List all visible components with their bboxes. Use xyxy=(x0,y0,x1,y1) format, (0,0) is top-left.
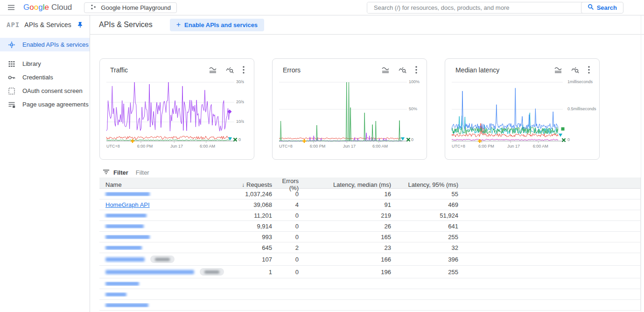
col-errors[interactable]: Errors (%) xyxy=(272,177,308,191)
api-name-cell: HomeGraph API xyxy=(99,201,235,208)
smoothing-icon[interactable] xyxy=(208,66,217,74)
median-cell: 26 xyxy=(308,223,391,230)
p95-cell: 396 xyxy=(391,256,458,263)
y-axis-zero-label: 0 xyxy=(411,137,413,142)
more-options-icon[interactable] xyxy=(588,66,590,74)
requests-cell: 11,201 xyxy=(235,212,272,219)
logo-google-word: Google xyxy=(23,3,49,12)
errors-cell: 0 xyxy=(272,191,308,198)
status-chip xyxy=(150,255,175,263)
median-cell: 196 xyxy=(308,269,391,276)
sidebar-item-label: OAuth consent screen xyxy=(22,87,83,94)
errors-cell: 0 xyxy=(272,234,308,241)
redacted-api-link[interactable] xyxy=(105,246,142,250)
table-header-row: Name ↓Requests Errors (%) Latency, media… xyxy=(99,177,640,189)
table-row: 9930165255 xyxy=(99,232,640,242)
p95-cell: 469 xyxy=(391,201,458,208)
google-cloud-logo[interactable]: Google Cloud xyxy=(23,3,72,12)
table-row: 64522332 xyxy=(99,242,640,253)
search-button[interactable]: Search xyxy=(581,2,623,14)
more-options-icon[interactable] xyxy=(243,66,245,74)
redacted-api-link[interactable] xyxy=(105,192,150,196)
col-name[interactable]: Name xyxy=(99,181,235,188)
sidebar-item-label: Enabled APIs & services xyxy=(22,41,89,48)
api-name-cell xyxy=(99,192,235,196)
x-axis-label: UTC+8 xyxy=(452,144,465,149)
col-latency-95[interactable]: Latency, 95% (ms) xyxy=(391,181,458,188)
enable-apis-button[interactable]: + Enable APIs and services xyxy=(170,19,264,31)
project-icon xyxy=(90,4,97,12)
errors-cell: 0 xyxy=(272,223,308,230)
table-row xyxy=(99,278,640,289)
y-axis-zero-label: 0 xyxy=(567,137,570,142)
redacted-api-link[interactable] xyxy=(105,270,194,274)
search-input[interactable] xyxy=(367,2,581,13)
requests-cell: 9,914 xyxy=(235,223,272,230)
enable-apis-label: Enable APIs and services xyxy=(184,21,258,28)
sidebar-item-library[interactable]: Library xyxy=(0,57,90,71)
redacted-api-link[interactable] xyxy=(105,213,147,218)
x-axis-label: 6:00 PM xyxy=(310,144,326,149)
sidebar-item-credentials[interactable]: Credentials xyxy=(0,71,90,84)
redacted-api-link[interactable] xyxy=(105,282,139,286)
sidebar-item-page-usage-agreements[interactable]: Page usage agreements xyxy=(0,98,90,111)
api-name-cell xyxy=(99,303,235,307)
search-icon xyxy=(588,4,594,12)
p95-cell: 255 xyxy=(391,234,458,241)
explore-chart-icon[interactable] xyxy=(398,66,407,74)
api-product-icon: API xyxy=(7,21,20,28)
sidebar-header: API APIs & Services xyxy=(0,15,90,34)
api-name-cell xyxy=(99,255,235,263)
requests-cell: 645 xyxy=(235,244,272,251)
sidebar-item-enabled-apis-services[interactable]: Enabled APIs & services xyxy=(0,38,90,51)
api-name-cell xyxy=(99,235,235,239)
filter-row: Filter Filter xyxy=(103,167,644,177)
filter-input[interactable]: Filter xyxy=(136,169,644,176)
api-name-cell xyxy=(99,268,235,276)
redacted-api-link[interactable] xyxy=(105,224,144,228)
more-options-icon[interactable] xyxy=(415,66,417,74)
card-title: Traffic xyxy=(110,66,208,74)
redacted-api-link[interactable] xyxy=(105,292,126,297)
col-requests[interactable]: ↓Requests xyxy=(235,181,272,188)
pin-icon[interactable] xyxy=(77,21,83,28)
main-content: APIs & Services + Enable APIs and servic… xyxy=(90,15,644,312)
filter-label: Filter xyxy=(113,169,128,176)
smoothing-icon[interactable] xyxy=(553,66,563,74)
redacted-api-link[interactable] xyxy=(105,235,150,239)
median-cell: 166 xyxy=(308,256,391,263)
card-title: Errors xyxy=(283,66,381,74)
api-link[interactable]: HomeGraph API xyxy=(105,201,150,208)
requests-cell: 1,037,246 xyxy=(235,191,272,198)
project-selector-button[interactable]: Google Home Playground xyxy=(84,2,177,13)
x-axis-label: 6:00 AM xyxy=(533,144,548,149)
chart-traffic: 30/s20/s10/s0UTC+86:00 PMJun 176:00 AM xyxy=(100,76,254,150)
apis-table: Name ↓Requests Errors (%) Latency, media… xyxy=(99,177,641,311)
smoothing-icon[interactable] xyxy=(381,66,390,74)
api-name-cell xyxy=(99,246,235,250)
x-axis-label: 6:00 AM xyxy=(200,144,215,149)
sidebar-item-label: Page usage agreements xyxy=(22,101,89,108)
card-errors: Errors100%50%0UTC+86:00 PMJun 176:00 AM xyxy=(272,58,427,160)
redacted-chip-text xyxy=(204,270,219,274)
x-axis-label: 6:00 PM xyxy=(478,144,494,149)
hamburger-menu-icon[interactable] xyxy=(7,3,16,12)
page-header: APIs & Services + Enable APIs and servic… xyxy=(90,15,644,35)
y-axis-label: 100% xyxy=(409,79,420,84)
sidebar-item-oauth-consent-screen[interactable]: OAuth consent screen xyxy=(0,84,90,98)
explore-chart-icon[interactable] xyxy=(571,66,580,74)
library-icon xyxy=(7,60,16,68)
api-name-cell xyxy=(99,292,235,297)
x-axis-label: UTC+8 xyxy=(279,144,293,149)
scrollbar-track[interactable] xyxy=(641,15,641,312)
redacted-api-link[interactable] xyxy=(105,303,148,307)
explore-chart-icon[interactable] xyxy=(225,66,235,74)
table-row: 10196255 xyxy=(99,266,640,278)
x-axis-label: UTC+8 xyxy=(106,144,120,149)
sort-desc-icon: ↓ xyxy=(242,182,245,188)
y-axis-label: 50% xyxy=(409,106,417,111)
col-latency-median[interactable]: Latency, median (ms) xyxy=(308,181,391,188)
redacted-api-link[interactable] xyxy=(105,257,145,262)
p95-cell: 255 xyxy=(391,269,458,276)
y-axis-label: 10/s xyxy=(236,119,244,124)
